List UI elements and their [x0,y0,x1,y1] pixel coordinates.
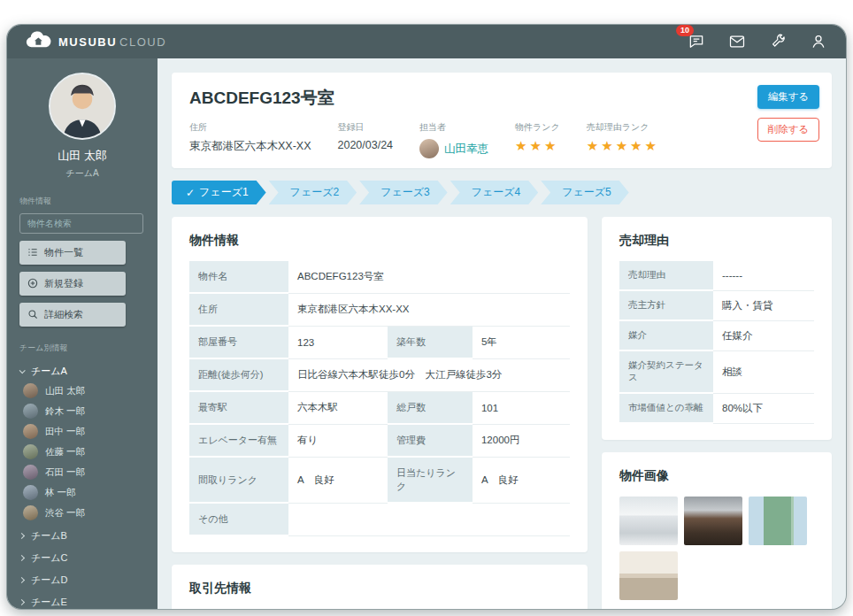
kitchen-photo-1[interactable] [619,497,678,545]
manager-name-link[interactable]: 山田幸恵 [444,142,488,157]
table-row: 媒介契約ステータス 相談 [619,350,814,393]
kitchen-photo-2[interactable] [684,497,742,545]
property-info-card: 物件情報 物件名 ABCDEFG123号室 住所 東京都港区六本木XX-XX [172,217,588,552]
partner-info-card: 取引先情報 取引先 株式会社A [172,565,588,609]
row-value: 101 [473,391,570,424]
chevron-right-icon [19,555,25,561]
row-value: 有り [288,424,388,457]
tab-phase-1[interactable]: ✓ フェーズ1 [172,181,266,204]
member-avatar [23,404,38,419]
row-value: A 良好 [288,457,388,503]
mail-icon[interactable] [727,32,747,51]
member-name: 鈴木 一郎 [45,405,85,418]
team-label: チームE [31,596,67,609]
sidebar-team-c[interactable]: チームC [19,551,145,565]
topbar-icons: 10 [687,32,828,51]
building-exterior-photo[interactable] [749,497,807,545]
user-team: チームA [19,167,145,180]
tab-label: フェーズ3 [380,185,430,200]
sidebar-member[interactable]: 渋谷 一郎 [23,505,145,520]
manager-block: 担当者 山田幸恵 [419,121,488,158]
chevron-down-icon [19,367,26,373]
main-content: ABCDEFG123号室 編集する 削除する 住所 東京都港区六本木XX-XX … [158,58,846,609]
sidebar-member[interactable]: 佐藤 一郎 [23,444,145,459]
new-registration-button[interactable]: 新規登録 [19,272,126,296]
topbar: MUSUBUCLOUD 10 [7,25,846,58]
property-list-button[interactable]: 物件一覧 [19,241,126,265]
property-section-label: 物件情報 [19,196,145,207]
table-row: 部屋番号 123 築年数 5年 [189,326,570,358]
member-avatar [23,465,38,480]
member-name: 山田 太郎 [45,385,85,397]
button-label: 詳細検索 [44,308,83,321]
registered-value: 2020/03/24 [338,139,394,151]
row-label: 部屋番号 [189,326,288,358]
edit-button[interactable]: 編集する [757,85,819,109]
brand-logo[interactable]: MUSUBUCLOUD [25,30,166,53]
property-info-title: 物件情報 [189,233,570,249]
plus-circle-icon [27,278,38,290]
tab-label: フェーズ1 [199,185,249,200]
row-label: その他 [189,503,288,535]
user-avatar [49,73,116,140]
chat-icon[interactable]: 10 [687,32,706,51]
row-value: 80%以下 [713,393,814,423]
sidebar-member[interactable]: 鈴木 一郎 [23,404,145,419]
sidebar-member[interactable]: 石田 一郎 [23,465,145,480]
table-row: 住所 東京都港区六本木XX-XX [189,293,570,326]
member-avatar [23,444,38,459]
row-label: 売主方針 [619,290,713,320]
table-row: 間取りランク A 良好 日当たりランク A 良好 [189,457,570,503]
row-label: 住所 [189,293,288,326]
table-row: エレベーター有無 有り 管理費 12000円 [189,424,570,457]
page-title: ABCDEFG123号室 [189,87,814,110]
header-info: 住所 東京都港区六本木XX-XX 登録日 2020/03/24 担当者 山田幸恵 [189,121,814,158]
tab-phase-3[interactable]: フェーズ3 [359,181,448,204]
row-value: 5年 [473,326,570,358]
user-name: 山田 太郎 [19,148,145,164]
sidebar-member[interactable]: 田中 一郎 [23,424,145,439]
table-row: 媒介 任媒介 [619,320,814,350]
tab-phase-2[interactable]: フェーズ2 [269,181,357,204]
search-input[interactable] [19,213,143,234]
delete-button[interactable]: 削除する [757,118,819,142]
interior-photo[interactable] [619,551,678,600]
member-avatar [23,505,38,520]
row-value: 123 [288,326,388,358]
check-icon: ✓ [186,187,195,199]
tab-label: フェーズ4 [472,185,521,200]
sidebar-team-d[interactable]: チームD [19,574,145,587]
property-images-card: 物件画像 [602,452,832,609]
table-row: 売却理由 ------ [619,261,814,290]
user-icon[interactable] [809,32,828,51]
row-label: 売却理由 [619,261,713,290]
sidebar-team-a[interactable]: チームA [19,365,145,378]
member-name: 田中 一郎 [45,426,85,438]
manager-label: 担当者 [419,121,488,134]
property-rank-label: 物件ランク [515,121,560,134]
team-label: チームB [31,529,67,543]
brand-name: MUSUBUCLOUD [58,35,166,49]
row-label: 間取りランク [189,457,288,503]
row-value: 日比谷線六本木駅徒歩0分 大江戸線徒歩3分 [288,358,570,391]
member-avatar [23,485,38,500]
row-label: 管理費 [388,424,473,457]
row-label: 築年数 [388,326,473,358]
cloud-house-logo-icon [25,30,51,53]
tab-phase-4[interactable]: フェーズ4 [450,181,539,204]
tab-label: フェーズ5 [562,185,611,200]
sidebar-member[interactable]: 山田 太郎 [23,383,145,398]
team-label: チームC [31,551,67,565]
property-rank-block: 物件ランク ★★★ [515,121,560,152]
chevron-right-icon [19,599,25,605]
sidebar-team-b[interactable]: チームB [19,529,145,543]
row-label: 距離(徒歩何分) [189,358,288,391]
wrench-icon[interactable] [768,32,788,51]
sidebar-member[interactable]: 林 一郎 [23,485,145,500]
chevron-right-icon [19,533,25,539]
tab-phase-5[interactable]: フェーズ5 [541,181,629,204]
advanced-search-button[interactable]: 詳細検索 [19,303,126,327]
registered-label: 登録日 [338,121,394,134]
sidebar-team-e[interactable]: チームE [19,596,145,609]
address-value: 東京都港区六本木XX-XX [189,139,311,154]
